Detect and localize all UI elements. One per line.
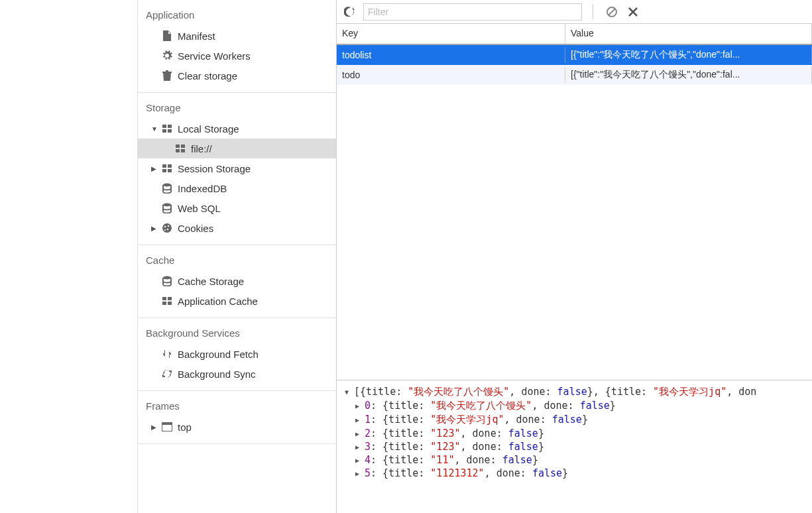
toolbar-divider: [593, 5, 593, 19]
delete-button[interactable]: [625, 4, 641, 20]
console-item[interactable]: ▶5: {title: "1121312", done: false}: [355, 467, 804, 479]
table-row[interactable]: todolist [{"title":"我今天吃了八个馒头","done":fa…: [337, 45, 812, 65]
svg-point-12: [163, 184, 171, 187]
svg-rect-2: [162, 129, 166, 133]
console-text: 4: {title: "11", done: false}: [365, 454, 538, 466]
toolbar: [337, 0, 812, 24]
sidebar-item-service-workers[interactable]: Service Workers: [138, 46, 336, 66]
table-body: todolist [{"title":"我今天吃了八个馒头","done":fa…: [337, 45, 812, 380]
sidebar-item-local-storage[interactable]: ▼ Local Storage: [138, 119, 336, 139]
console-item[interactable]: ▶0: {title: "我今天吃了八个馒头", done: false}: [355, 400, 804, 412]
section-title-application: Application: [138, 7, 336, 26]
svg-rect-22: [162, 302, 166, 305]
svg-rect-9: [168, 164, 172, 168]
svg-rect-21: [168, 297, 172, 300]
console-item[interactable]: ▶1: {title: "我今天学习jq", done: false}: [355, 414, 804, 426]
filter-input[interactable]: [363, 3, 582, 21]
fetch-icon: [160, 347, 174, 361]
cell-key: todo: [337, 67, 565, 83]
svg-point-17: [167, 229, 168, 230]
grid-icon: [160, 294, 174, 308]
sidebar-item-label: Session Storage: [178, 163, 251, 174]
chevron-right-icon: ▶: [355, 467, 365, 477]
svg-point-13: [163, 203, 171, 207]
clear-button[interactable]: [604, 4, 620, 20]
svg-rect-8: [162, 164, 166, 168]
cell-key: todolist: [337, 47, 565, 63]
svg-rect-3: [168, 129, 172, 133]
chevron-right-icon: ▶: [355, 414, 365, 424]
svg-rect-0: [162, 125, 166, 128]
db-icon: [160, 201, 174, 215]
db-icon: [160, 182, 174, 195]
sidebar-item-clear-storage[interactable]: Clear storage: [138, 66, 336, 86]
svg-point-18: [164, 229, 166, 231]
console-item[interactable]: ▶3: {title: "123", done: false}: [355, 441, 804, 453]
gear-icon: [160, 49, 174, 62]
sidebar-item-label: Background Fetch: [178, 349, 259, 360]
sidebar-item-websql[interactable]: Web SQL: [138, 198, 336, 218]
svg-rect-1: [168, 125, 172, 128]
sidebar-item-label: Web SQL: [178, 203, 221, 214]
svg-point-14: [162, 223, 172, 233]
db-icon: [160, 274, 174, 288]
console-summary[interactable]: ▼ [{title: "我今天吃了八个馒头", done: false}, {t…: [345, 386, 804, 398]
sidebar-item-label: Background Sync: [178, 369, 256, 380]
svg-line-27: [609, 9, 615, 15]
sidebar-item-label: Application Cache: [178, 296, 258, 307]
sidebar-item-background-fetch[interactable]: Background Fetch: [138, 344, 336, 364]
sync-icon: [160, 367, 174, 380]
console-text: 3: {title: "123", done: false}: [365, 441, 544, 453]
sidebar-item-label: Service Workers: [178, 50, 251, 62]
grid-icon: [174, 142, 187, 155]
svg-rect-23: [168, 302, 172, 305]
section-application: Application Manifest Service Workers Cle…: [138, 0, 336, 93]
sidebar-item-label: Manifest: [178, 30, 215, 42]
sidebar-item-background-sync[interactable]: Background Sync: [138, 364, 336, 384]
chevron-right-icon: ▶: [151, 424, 158, 431]
svg-rect-20: [162, 297, 166, 300]
chevron-down-icon: ▼: [151, 125, 158, 133]
chevron-right-icon: ▶: [355, 400, 365, 410]
sidebar-item-label: top: [178, 422, 192, 433]
cell-value: [{"title":"我今天吃了八个馒头","done":fal...: [565, 46, 812, 64]
sidebar-item-session-storage[interactable]: ▶ Session Storage: [138, 158, 336, 178]
section-title-background: Background Services: [138, 325, 336, 344]
chevron-down-icon: ▼: [345, 386, 354, 396]
sidebar-item-label: Cache Storage: [178, 276, 244, 287]
grid-icon: [160, 122, 174, 135]
section-storage: Storage ▼ Local Storage file:// ▶ Sessio…: [138, 93, 336, 245]
svg-rect-10: [162, 169, 166, 172]
table-row[interactable]: todo [{"title":"我今天吃了八个馒头","done":fal...: [337, 65, 812, 85]
main-panel: Key Value todolist [{"title":"我今天吃了八个馒头"…: [337, 0, 812, 513]
console-item[interactable]: ▶2: {title: "123", done: false}: [355, 428, 804, 439]
sidebar-item-manifest[interactable]: Manifest: [138, 26, 336, 46]
sidebar-item-top-frame[interactable]: ▶ top: [138, 417, 336, 437]
sidebar-item-application-cache[interactable]: Application Cache: [138, 291, 336, 311]
sidebar-item-label: IndexedDB: [178, 183, 227, 194]
sidebar: Application Manifest Service Workers Cle…: [138, 0, 337, 513]
console-item[interactable]: ▶4: {title: "11", done: false}: [355, 454, 804, 466]
sidebar-item-indexeddb[interactable]: IndexedDB: [138, 178, 336, 198]
svg-rect-6: [176, 149, 180, 152]
svg-rect-4: [176, 144, 180, 148]
grid-icon: [160, 162, 174, 175]
svg-point-16: [168, 225, 169, 227]
sidebar-item-label: Local Storage: [178, 123, 239, 135]
sidebar-item-cache-storage[interactable]: Cache Storage: [138, 271, 336, 291]
svg-point-19: [163, 276, 171, 280]
chevron-right-icon: ▶: [151, 225, 158, 232]
sidebar-item-label: file://: [191, 143, 212, 154]
column-value[interactable]: Value: [565, 24, 812, 44]
trash-icon: [160, 69, 174, 82]
svg-rect-7: [181, 149, 185, 152]
console-text: 5: {title: "1121312", done: false}: [365, 467, 568, 479]
console-text: 0: {title: "我今天吃了八个馒头", done: false}: [365, 400, 616, 412]
column-key[interactable]: Key: [337, 24, 565, 44]
sidebar-item-cookies[interactable]: ▶ Cookies: [138, 218, 336, 238]
cookie-icon: [160, 221, 174, 235]
section-cache: Cache Cache Storage Application Cache: [138, 245, 336, 318]
sidebar-item-local-storage-file[interactable]: file://: [138, 139, 336, 158]
refresh-button[interactable]: [342, 4, 358, 20]
sidebar-item-label: Clear storage: [178, 70, 237, 82]
